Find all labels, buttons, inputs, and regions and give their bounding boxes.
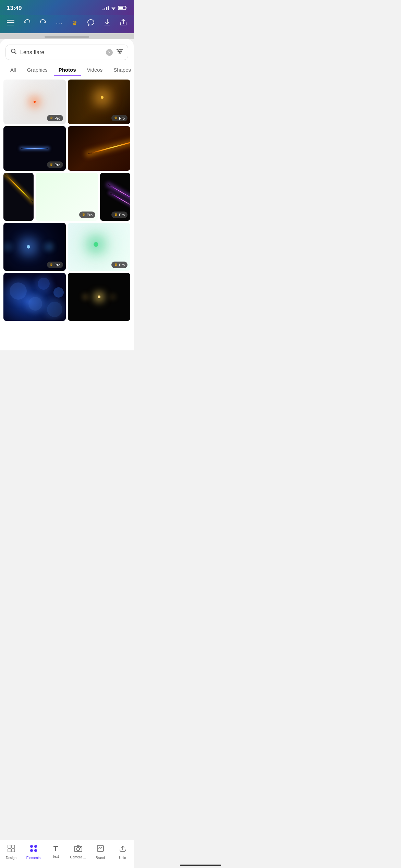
grid-row-5 xyxy=(3,273,130,321)
photo-item[interactable]: ♛ Pro xyxy=(68,223,130,271)
status-bar: 13:49 xyxy=(0,0,134,15)
crown-icon[interactable]: ♛ xyxy=(72,20,77,27)
pro-badge: ♛ Pro xyxy=(47,262,63,268)
crown-pro-icon: ♛ xyxy=(50,263,53,267)
svg-rect-5 xyxy=(7,25,14,25)
photo-item[interactable] xyxy=(68,126,130,171)
pro-badge: ♛ Pro xyxy=(47,161,63,168)
svg-rect-1 xyxy=(126,7,127,9)
download-icon[interactable] xyxy=(104,19,111,28)
image-grid: ♛ Pro ♛ Pro ♛ Pro xyxy=(0,76,134,321)
status-icons xyxy=(102,6,127,11)
svg-point-12 xyxy=(119,52,120,54)
photo-item[interactable]: ♛ Pro xyxy=(3,126,66,171)
search-bar: × xyxy=(5,45,128,60)
search-icon xyxy=(11,48,17,56)
svg-rect-2 xyxy=(119,7,123,9)
crown-pro-icon: ♛ xyxy=(114,263,118,267)
search-input[interactable] xyxy=(20,49,102,56)
pro-badge: ♛ Pro xyxy=(111,212,127,218)
tab-all[interactable]: All xyxy=(5,64,21,76)
redo-icon[interactable] xyxy=(40,19,47,27)
drag-handle xyxy=(45,36,89,38)
tab-graphics[interactable]: Graphics xyxy=(22,64,52,76)
svg-rect-3 xyxy=(7,20,14,21)
undo-icon[interactable] xyxy=(24,19,31,27)
comment-icon[interactable] xyxy=(87,19,95,27)
tab-shapes[interactable]: Shapes xyxy=(109,64,134,76)
svg-point-10 xyxy=(118,49,119,50)
signal-bars-icon xyxy=(102,6,109,10)
pro-badge: ♛ Pro xyxy=(47,115,63,121)
tab-videos[interactable]: Videos xyxy=(82,64,108,76)
toolbar: ··· ♛ xyxy=(0,15,134,33)
crown-pro-icon: ♛ xyxy=(50,162,53,167)
photo-item[interactable] xyxy=(3,173,34,221)
menu-icon[interactable] xyxy=(7,19,14,27)
crown-pro-icon: ♛ xyxy=(50,116,53,120)
pro-badge: ♛ Pro xyxy=(111,262,127,268)
main-content: × All Graphics Photos Videos Shapes Aud … xyxy=(0,39,134,350)
more-options-icon[interactable]: ··· xyxy=(56,20,63,26)
grid-row-4: ♛ Pro ♛ Pro xyxy=(3,223,130,271)
pro-badge: ♛ Pro xyxy=(111,115,127,121)
battery-icon xyxy=(118,6,127,11)
photo-item[interactable]: ♛ Pro xyxy=(68,80,130,124)
search-clear-button[interactable]: × xyxy=(106,49,113,56)
pro-badge: ♛ Pro xyxy=(79,212,95,218)
photo-item[interactable] xyxy=(68,273,130,321)
wifi-icon xyxy=(111,6,116,11)
photo-item[interactable]: ♛ Pro xyxy=(100,173,130,221)
photo-item[interactable]: ♛ Pro xyxy=(36,173,98,221)
photo-item[interactable]: ♛ Pro xyxy=(3,80,66,124)
tab-photos[interactable]: Photos xyxy=(54,64,81,76)
filter-icon[interactable] xyxy=(116,48,123,56)
share-icon[interactable] xyxy=(120,19,127,28)
grid-row-3: ♛ Pro ♛ Pro xyxy=(3,173,130,221)
crown-pro-icon: ♛ xyxy=(114,116,118,120)
crown-pro-icon: ♛ xyxy=(114,213,118,217)
search-container: × xyxy=(0,39,134,60)
status-time: 13:49 xyxy=(7,5,22,12)
svg-point-11 xyxy=(120,51,122,52)
photo-item[interactable]: ♛ Pro xyxy=(3,223,66,271)
category-tabs: All Graphics Photos Videos Shapes Aud › xyxy=(0,60,134,76)
grid-row-1: ♛ Pro ♛ Pro xyxy=(3,80,130,124)
grid-row-2: ♛ Pro xyxy=(3,126,130,171)
svg-rect-4 xyxy=(7,22,14,23)
photo-item[interactable] xyxy=(3,273,66,321)
handle-bar xyxy=(0,33,134,39)
crown-pro-icon: ♛ xyxy=(82,213,85,217)
